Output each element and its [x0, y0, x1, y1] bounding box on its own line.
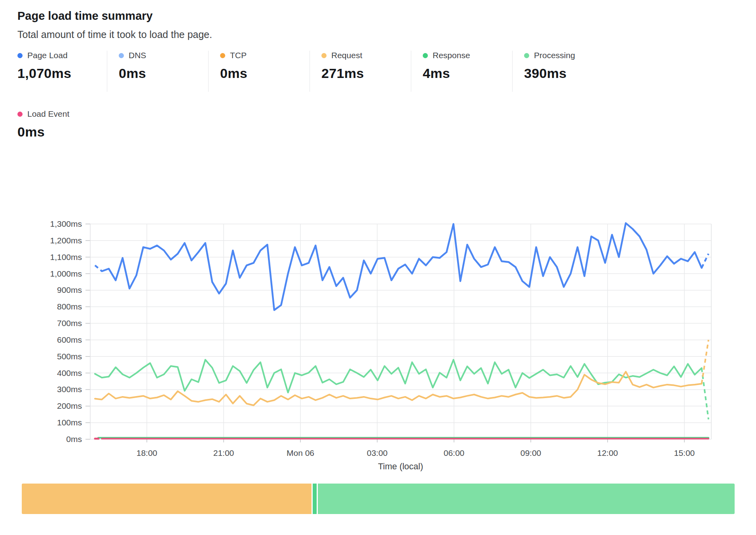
y-axis-tick-label: 400ms: [57, 368, 82, 378]
series-line-page-load: [102, 223, 701, 310]
x-axis-tick-label: Mon 06: [287, 448, 314, 457]
y-axis-tick-label: 500ms: [57, 352, 82, 361]
x-axis-tick-label: 18:00: [137, 448, 158, 457]
series-line-page-load-dash-head: [95, 266, 102, 271]
x-axis-tick-label: 12:00: [597, 448, 618, 457]
divider-portion: [313, 484, 317, 514]
y-axis-tick-label: 300ms: [57, 385, 82, 394]
series-line-page-load-dash-tail: [702, 254, 709, 268]
y-axis-tick-label: 600ms: [57, 335, 82, 344]
y-axis-tick-label: 0ms: [66, 434, 82, 444]
x-axis-tick-label: 21:00: [213, 448, 234, 457]
y-axis-tick-label: 900ms: [57, 285, 82, 294]
x-axis-tick-label: 03:00: [367, 448, 388, 457]
load-composition-bar: [22, 484, 735, 514]
y-axis-tick-label: 200ms: [57, 401, 82, 410]
x-axis-tick-label: 15:00: [674, 448, 695, 457]
y-axis-tick-label: 1,000ms: [50, 269, 82, 278]
x-axis-title: Time (local): [378, 461, 423, 471]
y-axis-tick-label: 1,200ms: [50, 236, 82, 245]
y-axis-tick-label: 800ms: [57, 302, 82, 311]
y-axis-tick-label: 100ms: [57, 418, 82, 427]
x-axis-tick-label: 06:00: [444, 448, 465, 457]
y-axis-tick-label: 1,100ms: [50, 252, 82, 262]
y-axis-tick-label: 700ms: [57, 319, 82, 328]
processing-portion: [318, 484, 735, 514]
request-portion: [22, 484, 312, 514]
page-load-timeseries-chart: 0ms100ms200ms300ms400ms500ms600ms700ms80…: [0, 0, 756, 535]
x-axis-tick-label: 09:00: [520, 448, 541, 457]
series-line-processing: [95, 360, 702, 393]
y-axis-tick-label: 1,300ms: [50, 219, 82, 228]
